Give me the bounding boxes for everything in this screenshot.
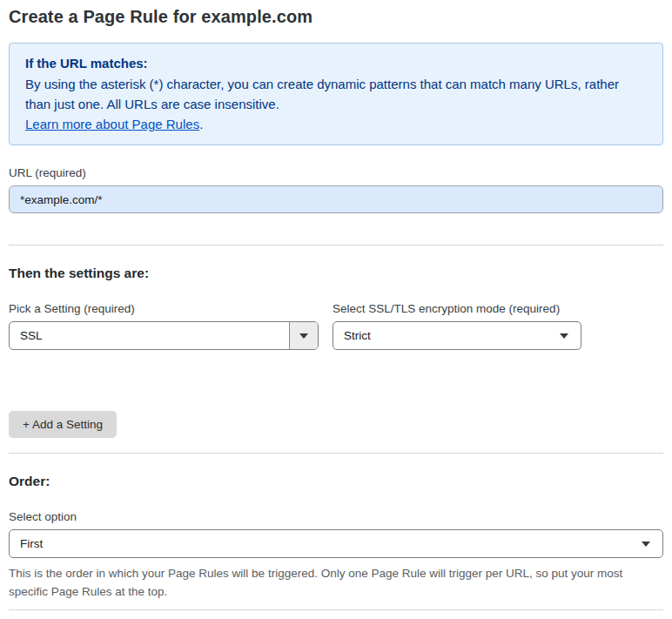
ssl-mode-picker-group: Select SSL/TLS encryption mode (required… xyxy=(333,302,581,350)
url-input[interactable] xyxy=(9,185,663,213)
order-select-label: Select option xyxy=(9,510,663,523)
order-help-text: This is the order in which your Page Rul… xyxy=(9,564,653,601)
setting-picker-label: Pick a Setting (required) xyxy=(9,302,319,315)
chevron-down-icon xyxy=(299,333,308,339)
settings-section-heading: Then the settings are: xyxy=(9,266,663,281)
page-title: Create a Page Rule for example.com xyxy=(9,7,663,27)
setting-select-caret-button[interactable] xyxy=(289,322,318,349)
ssl-mode-select[interactable]: Strict xyxy=(333,321,581,350)
chevron-down-icon xyxy=(642,542,650,547)
ssl-mode-label: Select SSL/TLS encryption mode (required… xyxy=(333,302,581,315)
create-page-rule-form: Create a Page Rule for example.com If th… xyxy=(0,0,672,619)
info-box-body: By using the asterisk (*) character, you… xyxy=(25,74,647,114)
ssl-mode-select-value: Strict xyxy=(333,329,560,342)
url-field-label: URL (required) xyxy=(9,166,663,179)
setting-select-value: SSL xyxy=(10,329,289,342)
divider xyxy=(9,609,663,610)
info-box-heading: If the URL matches: xyxy=(25,53,647,73)
divider xyxy=(9,245,663,246)
link-suffix: . xyxy=(199,117,203,131)
info-box-link-line: Learn more about Page Rules. xyxy=(25,114,647,134)
url-match-info-box: If the URL matches: By using the asteris… xyxy=(9,43,663,145)
divider xyxy=(9,453,663,454)
learn-more-link[interactable]: Learn more about Page Rules xyxy=(25,117,199,131)
order-section-heading: Order: xyxy=(9,474,663,489)
setting-select[interactable]: SSL xyxy=(9,321,319,350)
order-select-value: First xyxy=(10,537,642,550)
add-setting-button[interactable]: + Add a Setting xyxy=(9,411,117,438)
chevron-down-icon xyxy=(560,333,568,339)
settings-row: Pick a Setting (required) SSL Select SSL… xyxy=(9,302,663,350)
order-select[interactable]: First xyxy=(9,529,663,558)
setting-picker-group: Pick a Setting (required) SSL xyxy=(9,302,319,350)
